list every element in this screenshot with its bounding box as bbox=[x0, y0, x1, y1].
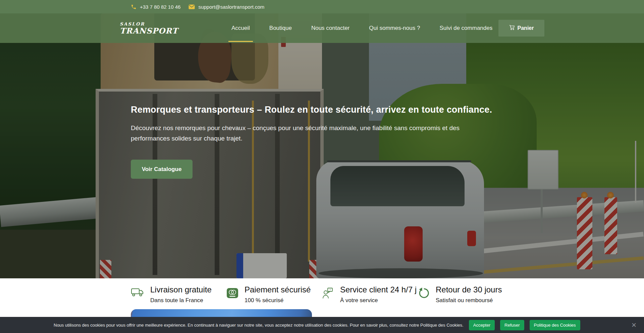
cookie-message: Nous utilisons des cookies pour vous off… bbox=[54, 323, 464, 328]
topbar-email-text: support@saslortransport.com bbox=[198, 4, 264, 10]
return-arrow-icon bbox=[418, 287, 430, 304]
cookie-policy-button[interactable]: Politique des Cookies bbox=[530, 320, 580, 330]
brand-logo-line2: TRANSPORT bbox=[120, 27, 178, 35]
topbar: +33 7 80 82 10 46 support@saslortranspor… bbox=[0, 0, 644, 13]
nav-item-qui-sommes-nous[interactable]: Qui sommes-nous ? bbox=[369, 13, 420, 43]
feature-title: Service client 24 h/7 j bbox=[340, 285, 417, 295]
feature-customer-service: ? Service client 24 h/7 j À votre servic… bbox=[322, 285, 418, 304]
payment-card-icon bbox=[226, 287, 238, 304]
nav-item-nous-contacter[interactable]: Nous contacter bbox=[311, 13, 350, 43]
mail-icon bbox=[189, 4, 195, 9]
svg-text:?: ? bbox=[329, 288, 331, 291]
feature-text: Paiement sécurisé 100 % sécurisé bbox=[245, 285, 311, 304]
page: +33 7 80 82 10 46 support@saslortranspor… bbox=[0, 0, 644, 333]
feature-title: Retour de 30 jours bbox=[436, 285, 502, 295]
feature-subtitle: Dans toute la France bbox=[150, 297, 212, 304]
features-row: Livraison gratuite Dans toute la France … bbox=[131, 278, 513, 304]
feature-title: Paiement sécurisé bbox=[245, 285, 311, 295]
customer-service-icon: ? bbox=[322, 287, 334, 304]
main-navbar: SASLOR TRANSPORT Accueil Boutique Nous c… bbox=[0, 13, 644, 43]
nav-menu: Accueil Boutique Nous contacter Qui somm… bbox=[231, 13, 492, 43]
hero-section: Remorques et transporteurs – Roulez en t… bbox=[0, 13, 644, 278]
cookie-refuse-button[interactable]: Refuser bbox=[500, 320, 524, 330]
feature-returns: Retour de 30 jours Satisfait ou rembours… bbox=[418, 285, 513, 304]
nav-item-accueil[interactable]: Accueil bbox=[231, 13, 250, 43]
hero-subtitle: Découvrez nos remorques pour chevaux – c… bbox=[131, 123, 491, 144]
feature-title: Livraison gratuite bbox=[150, 285, 212, 295]
feature-subtitle: Satisfait ou remboursé bbox=[436, 297, 502, 304]
hero-dark-overlay bbox=[0, 13, 644, 278]
feature-secure-payment: Paiement sécurisé 100 % sécurisé bbox=[226, 285, 322, 304]
cookie-close-icon[interactable]: ✕ bbox=[631, 322, 637, 328]
nav-item-suivi-de-commandes[interactable]: Suivi de commandes bbox=[439, 13, 492, 43]
feature-text: Livraison gratuite Dans toute la France bbox=[150, 285, 212, 304]
nav-item-boutique[interactable]: Boutique bbox=[269, 13, 292, 43]
cart-button-label: Panier bbox=[518, 25, 534, 31]
brand-logo-line1: SASLOR bbox=[120, 22, 178, 26]
feature-text: Retour de 30 jours Satisfait ou rembours… bbox=[436, 285, 502, 304]
feature-subtitle: À votre service bbox=[340, 297, 417, 304]
view-catalogue-button[interactable]: Voir Catalogue bbox=[131, 160, 193, 179]
phone-icon bbox=[131, 4, 137, 10]
topbar-inner: +33 7 80 82 10 46 support@saslortranspor… bbox=[131, 4, 513, 10]
email-link[interactable]: support@saslortransport.com bbox=[189, 4, 264, 10]
feature-free-shipping: Livraison gratuite Dans toute la France bbox=[131, 285, 226, 304]
topbar-phone-text: +33 7 80 82 10 46 bbox=[140, 4, 180, 10]
feature-text: Service client 24 h/7 j À votre service bbox=[340, 285, 417, 304]
cookie-banner: Nous utilisons des cookies pour vous off… bbox=[0, 317, 644, 333]
cart-button[interactable]: Panier bbox=[498, 20, 544, 37]
phone-link[interactable]: +33 7 80 82 10 46 bbox=[131, 4, 180, 10]
features-section: Livraison gratuite Dans toute la France … bbox=[0, 278, 644, 309]
truck-icon bbox=[131, 287, 144, 304]
cart-icon bbox=[509, 25, 515, 32]
cookie-accept-button[interactable]: Accepter bbox=[469, 320, 495, 330]
brand-logo[interactable]: SASLOR TRANSPORT bbox=[120, 22, 178, 35]
hero-title: Remorques et transporteurs – Roulez en t… bbox=[131, 105, 492, 115]
feature-subtitle: 100 % sécurisé bbox=[245, 297, 311, 304]
